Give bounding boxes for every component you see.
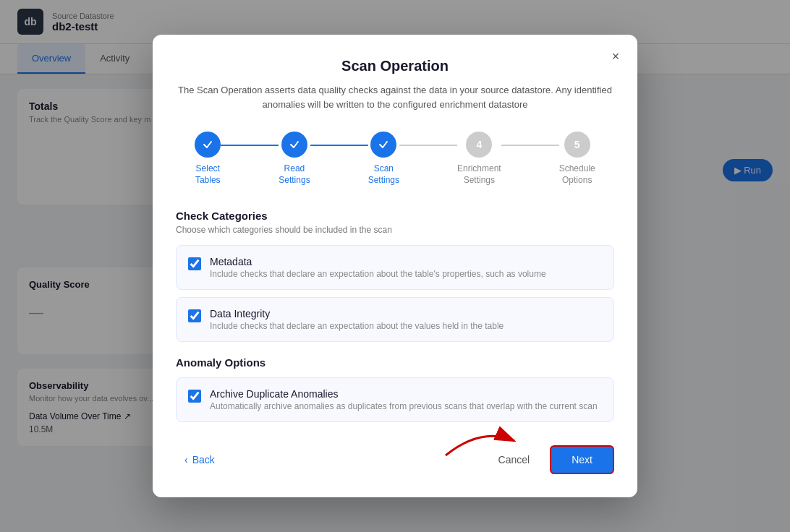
step-1-label: SelectTables [195,163,221,186]
metadata-name: Metadata [210,256,546,267]
step-schedule-options: 5 ScheduleOptions [559,132,595,186]
back-chevron-icon: ‹ [184,454,188,466]
step-2-label: ReadSettings [279,163,310,186]
step-1-circle [195,132,221,158]
back-button[interactable]: ‹ Back [176,448,224,471]
modal-footer: ‹ Back Cancel Next [176,445,614,474]
archive-duplicate-name: Archive Duplicate Anomalies [210,388,598,400]
stepper: SelectTables ReadSettings ScanSettings [176,132,614,186]
step-scan-settings: ScanSettings [368,132,399,186]
step-5-circle: 5 [564,132,590,158]
data-integrity-checkbox[interactable] [188,309,201,322]
archive-duplicate-label[interactable]: Archive Duplicate Anomalies Automaticall… [188,388,602,411]
step-5-label: ScheduleOptions [559,163,595,186]
step-read-settings: ReadSettings [279,132,310,186]
data-integrity-name: Data Integrity [210,308,504,319]
connector-4-5 [501,145,559,146]
connector-1-2 [221,145,279,146]
step-3-label: ScanSettings [368,163,399,186]
data-integrity-desc: Include checks that declare an expectati… [210,321,504,331]
check-categories-subtitle: Choose which categories should be includ… [176,225,614,235]
modal-close-button[interactable]: × [606,46,626,66]
data-integrity-label[interactable]: Data Integrity Include checks that decla… [188,308,602,331]
connector-3-4 [399,145,457,146]
back-label: Back [192,454,215,466]
check-categories-title: Check Categories [176,210,614,222]
connector-2-3 [310,145,368,146]
step-2-circle [281,132,307,158]
anomaly-options-title: Anomaly Options [176,356,614,369]
step-enrichment-settings: 4 EnrichmentSettings [457,132,501,186]
cancel-button[interactable]: Cancel [487,447,542,473]
modal-overlay: × Scan Operation The Scan Operation asse… [0,0,790,532]
archive-duplicate-text: Archive Duplicate Anomalies Automaticall… [210,388,598,411]
metadata-text: Metadata Include checks that declare an … [210,256,546,279]
anomaly-options-section: Anomaly Options Archive Duplicate Anomal… [176,356,614,422]
modal-title: Scan Operation [176,58,614,74]
step-4-label: EnrichmentSettings [457,163,501,186]
metadata-desc: Include checks that declare an expectati… [210,269,546,279]
scan-operation-modal: × Scan Operation The Scan Operation asse… [153,35,637,497]
archive-duplicate-checkbox[interactable] [188,390,201,403]
step-select-tables: SelectTables [195,132,221,186]
metadata-check-item[interactable]: Metadata Include checks that declare an … [176,245,614,290]
metadata-label[interactable]: Metadata Include checks that declare an … [188,256,602,279]
modal-description: The Scan Operation asserts data quality … [176,83,614,111]
step-4-circle: 4 [466,132,492,158]
data-integrity-text: Data Integrity Include checks that decla… [210,308,504,331]
footer-right: Cancel Next [487,445,614,474]
archive-duplicate-desc: Automatically archive anomalies as dupli… [210,401,598,411]
step-3-circle [370,132,396,158]
archive-duplicate-check-item[interactable]: Archive Duplicate Anomalies Automaticall… [176,377,614,422]
metadata-checkbox[interactable] [188,257,201,270]
next-button[interactable]: Next [550,445,614,474]
data-integrity-check-item[interactable]: Data Integrity Include checks that decla… [176,297,614,342]
